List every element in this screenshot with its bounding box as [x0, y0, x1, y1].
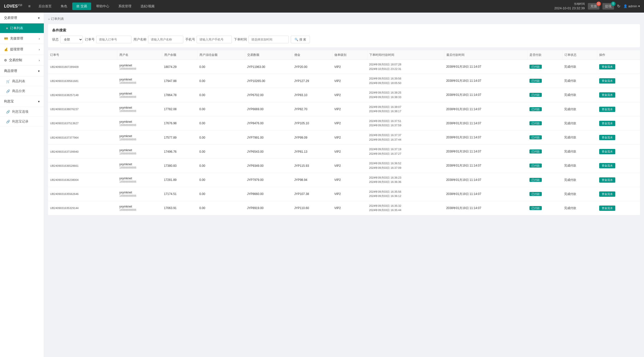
sidebar-group-label-interest: 利息宝: [4, 99, 14, 104]
cell-action: 资金流水: [597, 102, 640, 116]
cell-balance: 17496.76: [162, 145, 197, 159]
control-icon: ⚙: [4, 58, 7, 62]
cell-trade-amount: JYP8476.00: [245, 116, 292, 130]
search-card: 条件搜索 状态 全部 已付款 未付款 完成付款 订单号 用户名称: [48, 24, 640, 47]
cell-level: VIP2: [332, 145, 367, 159]
nav-item-role[interactable]: 角色: [57, 3, 71, 10]
cell-status: 完成付款: [562, 60, 597, 74]
user-name-input[interactable]: [148, 36, 183, 43]
cell-order-time: 2024年09月03日 16:35:56 2024年09月03日 16:36:1…: [367, 187, 444, 201]
cell-action: 资金流水: [597, 88, 640, 102]
sidebar-group-product[interactable]: 商品管理 ▾: [0, 66, 44, 76]
cell-commission: JYP107.38: [292, 187, 332, 201]
action-button[interactable]: 资金流水: [599, 177, 615, 183]
cell-frozen: 0.00: [197, 173, 245, 187]
cell-user-name: yxymknet 18888888888: [117, 74, 162, 88]
cell-balance: 17864.78: [162, 88, 197, 102]
search-button[interactable]: 🔍 搜 索: [291, 36, 310, 43]
col-status: 订单状态: [562, 50, 597, 60]
action-button[interactable]: 资金流水: [599, 78, 615, 84]
cell-balance: 17782.08: [162, 102, 197, 116]
action-button[interactable]: 资金流水: [599, 191, 615, 197]
cell-level: VIP2: [332, 74, 367, 88]
cell-level: VIP2: [332, 201, 367, 215]
cell-last-pay-time: 2038年01月19日 11:14:07: [444, 88, 527, 102]
withdraw-button[interactable]: 提现 0: [602, 3, 614, 10]
breadcrumb-label: 订单列表: [51, 17, 64, 21]
sidebar-item-product-list[interactable]: 🛒 商品列表: [0, 76, 44, 86]
cell-action: 资金流水: [597, 74, 640, 88]
search-title: 条件搜索: [52, 28, 636, 33]
col-order-time: 下单时间/付款时间: [367, 50, 444, 60]
cell-order-time: 2024年09月03日 16:39:56 2024年09月03日 18:05:5…: [367, 74, 444, 88]
action-button[interactable]: 资金流水: [599, 206, 615, 211]
cell-level: VIP2: [332, 60, 367, 74]
product-category-icon: 🔗: [6, 89, 10, 93]
cell-action: 资金流水: [597, 187, 640, 201]
cell-level: VIP2: [332, 130, 367, 144]
withdraw-sidebar-icon: 💰: [4, 48, 8, 51]
nav-item-trade[interactable]: 坐 交易: [72, 3, 91, 10]
layout: 交易管理 ▾ ≡ 订单列表 💳 充值管理 › 💰 提现管理 › ⚙ 交易控制 ›…: [0, 13, 644, 357]
recharge-badge: 32: [596, 2, 601, 6]
sidebar-group-label-control: 交易控制: [9, 58, 39, 62]
sidebar-group-recharge[interactable]: 💳 充值管理 ›: [0, 33, 44, 44]
cell-action: 资金流水: [597, 159, 640, 173]
time-field: 下单时间: [234, 36, 289, 43]
sidebar-group-withdraw[interactable]: 💰 提现管理 ›: [0, 44, 44, 55]
sidebar-group-interest[interactable]: 利息宝 ▾: [0, 96, 44, 107]
recharge-button[interactable]: 充值 32: [588, 3, 599, 10]
action-button[interactable]: 资金流水: [599, 163, 615, 168]
sidebar-item-product-category[interactable]: 🔗 商品分类: [0, 86, 44, 96]
logo: LOVESV10: [4, 4, 22, 9]
nav-item-help[interactable]: 帮助中心: [92, 3, 113, 10]
admin-menu[interactable]: 👤 admin ▾: [623, 4, 640, 8]
sidebar-item-interest-options[interactable]: 🔗 利息宝选项: [0, 107, 44, 117]
cell-balance: 17947.88: [162, 74, 197, 88]
refresh-icon[interactable]: ↻: [617, 4, 620, 9]
time-input[interactable]: [248, 36, 289, 43]
sidebar-group-trade-management[interactable]: 交易管理 ▾: [0, 13, 44, 23]
cell-last-pay-time: 2038年01月19日 11:14:07: [444, 201, 527, 215]
cell-order-id: UB2409031635562646: [48, 187, 117, 201]
chevron-icon-trade: ▾: [38, 16, 40, 20]
cell-status: 完成付款: [562, 159, 597, 173]
status-select[interactable]: 全部 已付款 未付款 完成付款: [60, 36, 83, 43]
cell-last-pay-time: 2038年01月19日 11:14:07: [444, 159, 527, 173]
cell-level: VIP2: [332, 173, 367, 187]
nav-item-media[interactable]: 选妃/视频: [136, 3, 159, 10]
phone-input[interactable]: [197, 36, 232, 43]
product-list-icon: 🛒: [6, 80, 10, 83]
sidebar-item-label-interest-options: 利息宝选项: [12, 109, 28, 114]
chevron-icon-control: ›: [39, 58, 40, 62]
cell-order-time: 2024年09月03日 16:37:19 2024年09月03日 16:37:2…: [367, 145, 444, 159]
cell-commission: JYP20.00: [292, 60, 332, 74]
action-button[interactable]: 资金流水: [599, 64, 615, 69]
time-label: 当地时间: [554, 2, 585, 6]
menu-toggle-icon[interactable]: ≡: [28, 4, 30, 9]
action-button[interactable]: 资金流水: [599, 121, 615, 126]
cell-trade-amount: JYP6669.00: [245, 102, 292, 116]
sidebar-item-order-list[interactable]: ≡ 订单列表: [0, 23, 44, 33]
order-no-input[interactable]: [96, 36, 131, 43]
action-button[interactable]: 资金流水: [599, 149, 615, 154]
sidebar-item-interest-records[interactable]: 🔗 利息宝记录: [0, 117, 44, 127]
nav-item-system[interactable]: 系统管理: [114, 3, 135, 10]
cell-order-id: UB2409031637199940: [48, 145, 117, 159]
action-button[interactable]: 资金流水: [599, 135, 615, 140]
table-row: UB2409031638257148 yxymknet 18888888888 …: [48, 88, 640, 102]
nav-item-home[interactable]: 后台首页: [34, 3, 56, 10]
main-content: » 订单列表 条件搜索 状态 全部 已付款 未付款 完成付款 订单号: [44, 13, 644, 357]
cell-action: 资金流水: [597, 173, 640, 187]
sidebar-group-label-recharge: 充值管理: [10, 36, 39, 41]
col-balance: 用户余额: [162, 50, 197, 60]
cell-frozen: 0.00: [197, 102, 245, 116]
sidebar-group-trade-control[interactable]: ⚙ 交易控制 ›: [0, 55, 44, 66]
action-button[interactable]: 资金流水: [599, 107, 615, 112]
table-row: UB2409031638076237 yxymknet 18888888888 …: [48, 102, 640, 116]
table-card: 订单号 用户名 用户余额 用户冻结金额 交易数额 佣金 做单级别 下单时间/付款…: [48, 50, 640, 215]
sidebar-item-label-product-list: 商品列表: [12, 79, 25, 84]
table-row: UB2409031637199940 yxymknet 18888888888 …: [48, 145, 640, 159]
cell-order-id: UB2409031638257148: [48, 88, 117, 102]
action-button[interactable]: 资金流水: [599, 92, 615, 98]
